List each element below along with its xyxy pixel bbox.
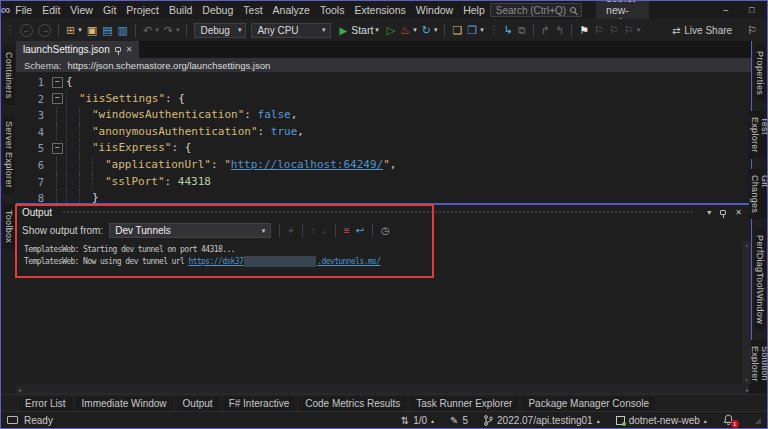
tool-window-tab-solution-explorer[interactable]: Solution Explorer	[749, 340, 768, 394]
redo-button[interactable]: ↷	[164, 20, 173, 40]
output-panel-header[interactable]: Output ▾ ✕	[16, 205, 751, 220]
new-project-dropdown-icon[interactable]: ▾	[78, 26, 82, 34]
prev-bookmark-button[interactable]: ⚐	[594, 20, 604, 40]
scroll-down-icon[interactable]: ▾	[745, 376, 749, 384]
output-vertical-scrollbar[interactable]: ▴ ▾	[742, 241, 751, 384]
start-debugging-button[interactable]: ▶ Start ▾	[336, 21, 381, 39]
menu-item-help[interactable]: Help	[458, 1, 490, 19]
menu-item-window[interactable]: Window	[411, 1, 458, 19]
tool-window-tab-toolbox[interactable]: Toolbox	[3, 204, 15, 249]
next-bookmark-button[interactable]: ⚐	[609, 20, 619, 40]
pending-edits-indicator[interactable]: ✎ 5	[450, 415, 468, 426]
output-log[interactable]: ▴ ▾ TemplatesWeb: Starting dev tunnel on…	[16, 241, 751, 384]
tool-window-tab-properties[interactable]: Properties	[754, 45, 766, 101]
send-feedback-button[interactable]: ⚐	[747, 20, 757, 40]
menu-item-build[interactable]: Build	[164, 1, 197, 19]
bottom-tab-f-interactive[interactable]: F# Interactive	[223, 397, 296, 410]
frame-button[interactable]: ⧉	[518, 20, 526, 40]
live-share-button[interactable]: ⇄ Live Share	[672, 25, 732, 36]
find-in-files-button[interactable]: ❐	[467, 20, 477, 40]
tab-close-icon[interactable]: ✕	[126, 45, 133, 54]
preview-changes-button[interactable]: ❏	[452, 20, 462, 40]
git-branch-picker[interactable]: 2022.07/api.testing01 ▴	[484, 415, 600, 426]
tool-window-tab-server-explorer[interactable]: Server Explorer	[3, 115, 15, 194]
save-button[interactable]: ▤	[102, 20, 112, 40]
undo-dropdown-icon[interactable]: ▾	[155, 26, 159, 34]
bottom-tab-code-metrics-results[interactable]: Code Metrics Results	[299, 397, 406, 410]
clear-all-button[interactable]: ≡	[344, 225, 350, 236]
menu-item-tools[interactable]: Tools	[315, 1, 350, 19]
find-message-button[interactable]: ⌖	[288, 225, 294, 237]
output-link[interactable]: .devtunnels.ms/	[317, 257, 380, 266]
menu-item-view[interactable]: View	[65, 1, 98, 19]
save-all-button[interactable]: ▥	[118, 20, 128, 40]
window-position-dropdown-icon[interactable]: ▾	[704, 208, 714, 217]
toolbar-grip[interactable]: ⋮	[489, 20, 499, 40]
solution-configuration-dropdown[interactable]: Debug ▾	[194, 23, 246, 38]
step-in-button[interactable]: ↱	[541, 20, 550, 40]
output-link[interactable]: https://dsk37	[188, 257, 243, 266]
search-box[interactable]: Search (Ctrl+Q)	[490, 3, 582, 17]
tool-window-tab-containers[interactable]: Containers	[3, 46, 15, 105]
auto-hide-pin-icon[interactable]	[720, 210, 726, 215]
restart-dropdown-icon[interactable]: ▾	[434, 26, 438, 34]
menu-item-extensions[interactable]: Extensions	[349, 1, 410, 19]
toggle-bookmark-button[interactable]: ⚑	[579, 20, 589, 40]
repository-picker[interactable]: dotnet-new-web ▴	[616, 415, 707, 426]
bottom-tab-output[interactable]: Output	[177, 397, 219, 410]
panel-close-icon[interactable]: ✕	[732, 208, 745, 217]
solution-platform-dropdown[interactable]: Any CPU ▾	[251, 23, 331, 38]
tool-window-tab-perfdiagtoolwindow[interactable]: PerfDiagToolWindow	[754, 229, 766, 330]
output-source-dropdown[interactable]: Dev Tunnels ▾	[109, 223, 271, 238]
tool-window-tab-test-explorer[interactable]: Test Explorer	[749, 111, 768, 159]
lines-changed-indicator[interactable]: ⇅ 1/0 ▴	[401, 415, 434, 426]
pin-icon[interactable]	[115, 47, 121, 52]
timestamp-button[interactable]: ◷	[381, 225, 390, 236]
clear-bookmarks-button[interactable]: ⚐	[624, 20, 634, 40]
menu-item-git[interactable]: Git	[98, 1, 121, 19]
run-without-debugging-button[interactable]: ▷	[387, 20, 395, 40]
menu-item-test[interactable]: Test	[238, 1, 267, 19]
bottom-tab-error-list[interactable]: Error List	[19, 397, 72, 410]
code-hyperlink[interactable]: http://localhost:64249/	[231, 157, 383, 174]
menu-item-debug[interactable]: Debug	[197, 1, 238, 19]
output-horizontal-scrollbar[interactable]: ◂ ▸	[16, 384, 751, 394]
word-wrap-button[interactable]: ↩	[356, 225, 364, 236]
attach-process-button[interactable]: ↳	[504, 20, 513, 40]
redo-dropdown-icon[interactable]: ▾	[176, 26, 180, 34]
bottom-tab-package-manager-console[interactable]: Package Manager Console	[522, 397, 655, 410]
schema-url[interactable]: https://json.schemastore.org/launchsetti…	[68, 60, 271, 71]
navigate-back-button[interactable]: ←	[20, 24, 33, 37]
tab-launchsettings-json[interactable]: launchSettings.json ✕	[16, 41, 139, 58]
next-message-button[interactable]: ↓	[322, 225, 327, 236]
navigate-forward-button[interactable]: →	[38, 24, 51, 37]
restart-button[interactable]: ↻	[422, 20, 431, 40]
notifications-button[interactable]: 1	[723, 414, 735, 426]
menu-item-project[interactable]: Project	[121, 1, 164, 19]
new-project-button[interactable]: ⊞	[66, 20, 75, 40]
code-editor[interactable]: 1{2"iisSettings": {3"windowsAuthenticati…	[16, 72, 751, 203]
fold-collapse-icon[interactable]	[52, 91, 66, 108]
maximize-button[interactable]: □	[739, 1, 765, 19]
bottom-tab-immediate-window[interactable]: Immediate Window	[76, 397, 173, 410]
find-dropdown-icon[interactable]: ▾	[480, 26, 484, 34]
hot-reload-button[interactable]: ♨	[400, 20, 410, 40]
tool-window-tab-git-changes[interactable]: Git Changes	[749, 169, 768, 219]
undo-button[interactable]: ↶	[143, 20, 152, 40]
bottom-tab-task-runner-explorer[interactable]: Task Runner Explorer	[410, 397, 518, 410]
toolbar-grip[interactable]: ⋮	[5, 20, 15, 40]
minimize-button[interactable]: –	[713, 1, 739, 19]
resize-grip-icon[interactable]: ◢	[755, 416, 761, 425]
previous-message-button[interactable]: ↑	[311, 225, 316, 236]
step-out-button[interactable]: ↰	[555, 20, 564, 40]
fold-collapse-icon[interactable]	[52, 140, 66, 157]
open-folder-button[interactable]: ▣	[87, 20, 97, 40]
fold-collapse-icon[interactable]	[52, 74, 66, 91]
scroll-up-icon[interactable]: ▴	[745, 241, 749, 249]
menu-item-file[interactable]: File	[10, 1, 37, 19]
menu-item-analyze[interactable]: Analyze	[268, 1, 315, 19]
hot-reload-dropdown-icon[interactable]: ▾	[413, 26, 417, 34]
menu-item-edit[interactable]: Edit	[37, 1, 65, 19]
scroll-left-icon[interactable]: ◂	[18, 386, 21, 393]
bookmark-dropdown-icon[interactable]: ▾	[637, 26, 641, 34]
